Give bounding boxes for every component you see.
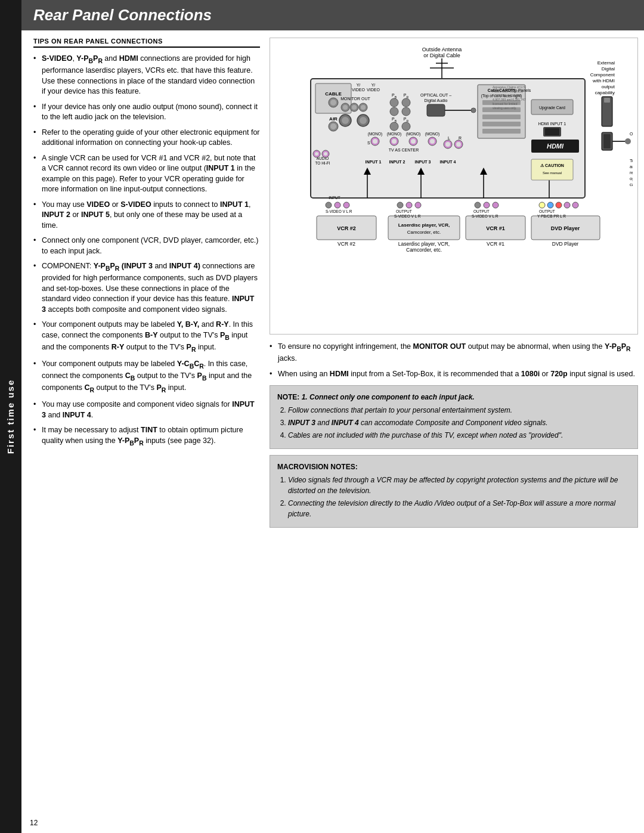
svg-text:DVD Player: DVD Player	[552, 241, 579, 247]
note-box: NOTE: 1. Connect only one component to e…	[270, 385, 638, 449]
svg-text:INPUT: INPUT	[329, 196, 340, 200]
svg-point-94	[315, 152, 318, 156]
section-title: TIPS ON REAR PANEL CONNECTIONS	[33, 38, 260, 48]
svg-text:See manual: See manual	[543, 171, 562, 175]
list-item: S-VIDEO, Y-PBPR and HDMI connections are…	[33, 54, 260, 97]
svg-text:CABLE: CABLE	[325, 91, 342, 97]
svg-text:To an: To an	[630, 158, 633, 163]
svg-text:VCR #2: VCR #2	[338, 241, 355, 247]
svg-text:INPUT 4: INPUT 4	[440, 160, 456, 164]
svg-point-120	[493, 202, 499, 208]
svg-text:Y/: Y/	[371, 83, 376, 87]
note-list: Follow connections that pertain to your …	[277, 405, 630, 441]
svg-point-60	[390, 122, 398, 131]
svg-text:Y/: Y/	[357, 83, 361, 87]
svg-point-143	[625, 138, 631, 144]
svg-point-96	[324, 152, 327, 156]
list-item: Your component outputs may be labeled Y,…	[33, 320, 260, 354]
right-bullets-list: To ensure no copyright infringement, the…	[270, 342, 638, 379]
svg-text:OUTPUT: OUTPUT	[539, 209, 555, 213]
svg-text:S: S	[367, 141, 370, 145]
list-item: COMPONENT: Y-PBPR (INPUT 3 and INPUT 4) …	[33, 261, 260, 315]
svg-rect-20	[482, 122, 521, 126]
svg-text:Digital: Digital	[602, 66, 615, 72]
svg-text:S-VIDEO V  L  R: S-VIDEO V L R	[472, 214, 499, 218]
macrovision-list: Video signals fed through a VCR may be a…	[277, 475, 630, 519]
svg-text:L: L	[448, 136, 450, 140]
svg-text:output: output	[602, 84, 615, 89]
svg-text:Outside Antenna: Outside Antenna	[422, 47, 462, 52]
svg-point-128	[564, 202, 570, 208]
svg-point-127	[556, 202, 562, 208]
svg-point-49	[342, 117, 349, 124]
svg-rect-19	[482, 114, 521, 119]
svg-text:HDMI: HDMI	[547, 143, 564, 150]
svg-text:OPTICAL IN: OPTICAL IN	[630, 132, 633, 136]
svg-rect-64	[427, 104, 445, 116]
svg-point-112	[406, 202, 412, 208]
svg-text:INPUT 1: INPUT 1	[366, 160, 382, 164]
svg-text:capability.: capability.	[630, 182, 633, 187]
svg-text:(MONO): (MONO)	[406, 132, 421, 137]
svg-text:INPUT 2: INPUT 2	[389, 160, 405, 164]
svg-text:Laserdisc player, VCR,: Laserdisc player, VCR,	[398, 241, 450, 247]
svg-point-126	[547, 202, 553, 208]
svg-text:with HDMI: with HDMI	[592, 78, 615, 83]
sidebar: First time use	[0, 0, 21, 833]
svg-point-45	[352, 105, 357, 110]
list-item: Connect only one component (VCR, DVD pla…	[33, 236, 260, 256]
svg-text:Apparatus Claims of U.S.: Apparatus Claims of U.S.	[493, 85, 526, 89]
svg-rect-27	[545, 128, 559, 135]
svg-point-54	[390, 98, 398, 107]
list-item: You may use composite and component vide…	[33, 400, 260, 420]
svg-point-76	[411, 139, 416, 144]
svg-point-78	[430, 139, 435, 144]
macrovision-title: MACROVISION NOTES:	[277, 462, 630, 472]
svg-text:Laserdisc player, VCR,: Laserdisc player, VCR,	[398, 222, 450, 228]
svg-text:(MONO): (MONO)	[425, 132, 440, 137]
svg-point-129	[572, 202, 578, 208]
svg-point-84	[445, 142, 450, 147]
svg-text:S-VIDEO V  L  R: S-VIDEO V L R	[394, 214, 421, 218]
svg-text:(MONO): (MONO)	[368, 132, 383, 137]
svg-point-104	[335, 202, 340, 208]
svg-point-113	[415, 202, 421, 208]
svg-text:⚠ CAUTION: ⚠ CAUTION	[540, 163, 564, 168]
list-item: Your component outputs may be labeled Y-…	[33, 359, 260, 395]
svg-point-86	[456, 142, 461, 147]
macrovision-box: MACROVISION NOTES: Video signals fed thr…	[270, 455, 638, 528]
main-content: TIPS ON REAR PANEL CONNECTIONS S-VIDEO, …	[21, 30, 644, 541]
svg-rect-12	[604, 98, 610, 103]
svg-text:Y  PB/CB PR  L  R: Y PB/CB PR L R	[537, 214, 566, 218]
svg-text:Component: Component	[590, 72, 615, 78]
svg-point-47	[361, 105, 366, 110]
svg-point-66	[471, 108, 476, 113]
svg-text:Digital Audio: Digital Audio	[425, 98, 448, 103]
tips-list: S-VIDEO, Y-PBPR and HDMI connections are…	[33, 54, 260, 448]
svg-text:INPUT 3: INPUT 3	[415, 160, 431, 164]
svg-text:4,907,093 and 6,381,747: 4,907,093 and 6,381,747	[493, 98, 526, 101]
page-title: Rear Panel Connections	[33, 6, 632, 24]
svg-text:4,577,216; 4,819,098;: 4,577,216; 4,819,098;	[493, 94, 522, 97]
svg-text:MONITOR OUT: MONITOR OUT	[340, 97, 370, 101]
svg-text:TV AS CENTER: TV AS CENTER	[389, 148, 419, 152]
list-item: You may use VIDEO or S-VIDEO inputs to c…	[33, 200, 260, 231]
svg-text:amplifier/: amplifier/	[630, 164, 633, 169]
svg-text:External: External	[597, 60, 615, 66]
note-list-item: Cables are not included with the purchas…	[288, 430, 630, 441]
page-number: 12	[30, 819, 38, 827]
svg-point-61	[402, 122, 410, 131]
diagram-area: Outside Antenna or Digital Cable Externa…	[270, 38, 638, 335]
svg-text:HDMI INPUT 1: HDMI INPUT 1	[538, 122, 566, 126]
svg-text:Patent Nos. 4,631,603;: Patent Nos. 4,631,603;	[493, 89, 523, 93]
list-item: When using an HDMI input from a Set-Top-…	[270, 369, 638, 380]
page-container: First time use Rear Panel Connections TI…	[0, 0, 644, 833]
list-item: To ensure no copyright infringement, the…	[270, 342, 638, 364]
svg-point-125	[539, 202, 545, 208]
svg-text:VIDEO: VIDEO	[352, 88, 365, 92]
svg-text:viewing uses only.: viewing uses only.	[493, 106, 516, 110]
svg-text:OPTICAL OUT –: OPTICAL OUT –	[420, 93, 451, 97]
svg-text:R: R	[459, 136, 462, 140]
svg-point-111	[397, 202, 403, 208]
svg-point-36	[330, 123, 336, 129]
